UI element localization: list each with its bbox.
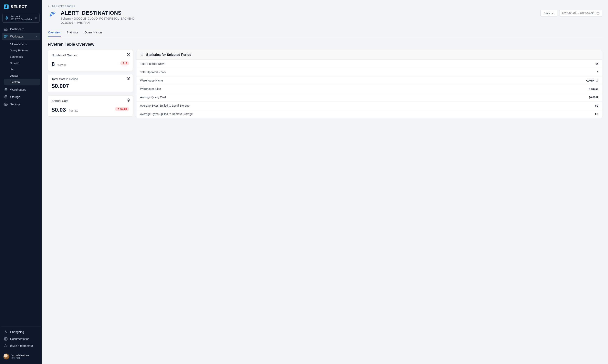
list-icon <box>140 53 144 57</box>
nav-sub-custom[interactable]: Custom <box>4 60 40 66</box>
chevron-down-icon <box>552 12 554 15</box>
arrow-left-icon <box>48 5 51 8</box>
delta-value: $0.03 <box>120 107 127 110</box>
nav-dashboard-label: Dashboard <box>10 27 24 31</box>
nav-workloads-sub: All Workloads Query Patterns Serverless … <box>2 40 40 86</box>
svg-point-7 <box>5 345 6 346</box>
svg-rect-1 <box>6 35 7 36</box>
arrow-up-icon <box>117 108 119 110</box>
nav-dashboard[interactable]: Dashboard <box>2 26 40 33</box>
stat-value: 0 <box>597 71 598 74</box>
back-link-text: All Fivetran Tables <box>52 4 75 8</box>
stat-row: Total Updated Rows0 <box>136 68 602 77</box>
nav-settings-label: Settings <box>10 103 21 106</box>
tab-overview[interactable]: Overview <box>48 28 61 37</box>
page-title: ALERT_DESTINATIONS <box>61 10 134 16</box>
card-label: Annual Cost <box>52 99 129 103</box>
svg-rect-11 <box>54 12 55 14</box>
avatar <box>3 353 9 360</box>
svg-point-5 <box>5 96 7 97</box>
info-icon <box>127 52 130 56</box>
card-label: Number of Queries <box>52 53 129 57</box>
card-value: $0.03 <box>52 107 66 113</box>
delta-value: 8 <box>126 62 127 65</box>
stat-label: Total Updated Rows <box>140 70 166 74</box>
nav-documentation[interactable]: Documentation <box>2 336 40 342</box>
stat-value: 0B <box>595 104 598 107</box>
nav-invite[interactable]: Invite a teammate <box>2 342 40 349</box>
delta-badge: 8 <box>120 61 129 65</box>
nav-sub-fivetran[interactable]: Fivetran <box>4 79 40 85</box>
stat-row: Warehouse NameADMIN <box>136 77 602 85</box>
card-label: Total Cost in Period <box>52 77 129 81</box>
account-switcher[interactable]: Account SELECT Snowflake <box>2 13 40 23</box>
svg-point-6 <box>5 104 7 105</box>
nav-sub-query-patterns[interactable]: Query Patterns <box>4 47 40 54</box>
chevron-up-down-icon <box>34 16 37 20</box>
logo-icon <box>4 4 9 9</box>
nav-documentation-label: Documentation <box>10 337 29 340</box>
info-icon <box>127 98 130 102</box>
card-total-cost: Total Cost in Period $0.007 <box>48 74 133 93</box>
info-button[interactable] <box>127 77 130 80</box>
svg-rect-0 <box>4 35 5 36</box>
svg-rect-10 <box>53 12 54 15</box>
date-range-picker[interactable]: 2023-05-02 ~ 2023-07-30 <box>559 10 602 17</box>
stats-header: Statistics for Selected Period <box>136 50 602 60</box>
tab-query-history[interactable]: Query History <box>84 28 103 37</box>
chip-icon <box>4 88 8 91</box>
svg-rect-3 <box>5 89 7 91</box>
tab-statistics[interactable]: Statistics <box>66 28 79 37</box>
tabs: Overview Statistics Query History <box>48 28 602 37</box>
stat-row: Total Inserted Rows14 <box>136 60 602 68</box>
stats-title: Statistics for Selected Period <box>146 53 191 57</box>
card-number-of-queries: Number of Queries 8 from 0 8 <box>48 50 133 71</box>
home-icon <box>4 27 8 31</box>
user-name: Ian Whitestone <box>12 354 29 357</box>
brand[interactable]: SELECT <box>1 2 41 13</box>
nav-warehouses[interactable]: Warehouses <box>2 86 40 93</box>
nav-sub-dbt[interactable]: dbt <box>4 66 40 73</box>
granularity-label: Daily <box>543 12 550 15</box>
nav-workloads[interactable]: Workloads <box>2 33 40 40</box>
snowflake-icon <box>5 16 9 20</box>
card-value: 8 <box>52 61 55 67</box>
external-link-icon <box>596 79 598 82</box>
nav-sub-serverless[interactable]: Serverless <box>4 54 40 60</box>
stat-label: Warehouse Name <box>140 79 163 82</box>
svg-rect-2 <box>4 37 5 38</box>
nav-storage[interactable]: Storage <box>2 93 40 101</box>
source-icon <box>48 10 57 20</box>
card-annual-cost: Annual Cost $0.03 from $0 $0.03 <box>48 96 133 117</box>
date-range-text: 2023-05-02 ~ 2023-07-30 <box>562 12 594 15</box>
svg-rect-8 <box>50 12 52 17</box>
info-button[interactable] <box>127 98 130 102</box>
nav-sub-all-workloads[interactable]: All Workloads <box>4 41 40 47</box>
svg-rect-12 <box>597 12 599 14</box>
nav-invite-label: Invite a teammate <box>10 344 33 348</box>
calendar-icon <box>596 12 600 15</box>
card-from: from $0 <box>69 109 78 112</box>
arrow-up-icon <box>122 62 125 65</box>
nav-storage-label: Storage <box>10 95 20 99</box>
user-plus-icon <box>4 344 8 348</box>
back-link[interactable]: All Fivetran Tables <box>48 4 602 8</box>
info-icon <box>127 77 130 80</box>
stat-value: 0B <box>595 113 598 116</box>
page-database: Database - FIVETRAN <box>61 21 134 24</box>
info-button[interactable] <box>127 52 130 56</box>
nav-warehouses-label: Warehouses <box>10 88 26 91</box>
stat-label: Average Bytes Spilled to Remote Storage <box>140 112 193 116</box>
card-from: from 0 <box>57 63 66 67</box>
nav-changelog[interactable]: Changelog <box>2 328 40 336</box>
nav-main: Dashboard Workloads All Workloads Query … <box>1 26 41 325</box>
swap-icon <box>4 330 8 334</box>
nav-sub-looker[interactable]: Looker <box>4 73 40 79</box>
granularity-select[interactable]: Daily <box>541 10 557 17</box>
stat-row: Warehouse SizeX-Small <box>136 85 602 93</box>
user-menu[interactable]: Ian Whitestone SELECT <box>1 351 41 362</box>
nav-settings[interactable]: Settings <box>2 101 40 108</box>
stat-row: Average Query Cost$0.0009 <box>136 93 602 102</box>
stat-label: Average Query Cost <box>140 96 166 99</box>
stat-value[interactable]: ADMIN <box>586 79 598 82</box>
